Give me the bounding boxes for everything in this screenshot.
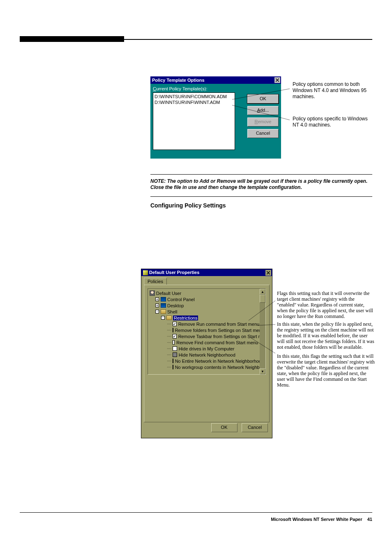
checkbox-checked-icon[interactable]: ✓ [173,334,177,339]
template-listbox[interactable]: D:\WINNTSUR\INF\COMMON.ADM D:\WINNTSUR\I… [153,92,235,150]
tree-item-remove-taskbar[interactable]: ······✓Remove Taskbar from Settings on S… [150,333,258,339]
scrollbar[interactable]: ▲ ▼ [260,289,265,374]
dialog2-title-text: Default User Properties [149,270,199,275]
expand-icon[interactable]: + [155,297,159,301]
user-icon [150,290,155,296]
checkbox-checked-icon[interactable]: ✓ [173,322,177,326]
checkbox-unchecked-icon[interactable] [173,340,175,345]
tree-node-restrictions[interactable]: -Restrictions [150,315,258,321]
note-text: NOTE: The option to Add or Remove will b… [150,178,372,191]
tree-node-desktop[interactable]: +Desktop [150,302,258,309]
callout-d2-b: In this state, when the policy file is a… [277,321,375,350]
dialog2-title-wrap: Default User Properties [143,270,199,275]
scroll-up-icon[interactable]: ▲ [260,289,265,295]
scroll-thumb[interactable] [260,295,265,303]
expand-icon[interactable]: + [155,304,159,307]
separator-rule-2 [150,196,372,197]
header-rule [20,39,372,40]
book-closed-icon [161,297,166,302]
collapse-icon[interactable]: - [155,310,159,313]
cancel-button[interactable]: Cancel [242,423,268,432]
tree-item-hide-drives[interactable]: ······Hide drives in My Computer [150,345,258,352]
dialog1-titlebar[interactable]: Policy Template Options [150,76,281,84]
ok-button[interactable]: OK [247,94,279,104]
tree-item-hide-nn[interactable]: ······Hide Network Neighborhood [150,352,258,358]
checkbox-gray-icon[interactable] [173,365,173,369]
separator-rule-1 [150,174,372,175]
policy-template-options-dialog: Policy Template Options Current Policy T… [150,76,281,159]
book-open-icon [161,309,166,314]
dialog2-titlebar[interactable]: Default User Properties [141,269,272,276]
footer-rule [20,512,372,513]
user-properties-icon [143,270,148,275]
cancel-button[interactable]: Cancel [247,129,279,138]
tree-node-shell[interactable]: -Shell [150,309,258,315]
callout-d1-a: Policy options common to both Windows NT… [293,81,373,100]
book-closed-icon [161,303,166,308]
section-heading: Configuring Policy Settings [150,202,226,209]
current-policy-templates-label: Current Policy Template(s): [153,86,279,91]
page-footer: Microsoft Windows NT Server White Paper … [271,517,372,522]
book-open-icon [166,315,172,320]
tree-item-remove-find[interactable]: ······Remove Find command from Start men… [150,339,258,345]
checkbox-unchecked-icon[interactable] [173,346,177,351]
dialog1-title-text: Policy Template Options [152,78,205,83]
list-item[interactable]: D:\WINNTSUR\INF\COMMON.ADM [154,94,233,99]
tree-root[interactable]: Default User [150,290,258,296]
list-item[interactable]: D:\WINNTSUR\INF\WINNT.ADM [154,99,233,105]
collapse-icon[interactable]: - [161,316,165,320]
tree-node-control-panel[interactable]: +Control Panel [150,296,258,302]
scroll-down-icon[interactable]: ▼ [260,368,265,374]
callout-d2-a: Flags this setting such that it will ove… [277,290,375,319]
add-button[interactable]: Add... [247,106,279,115]
tree-item-remove-run[interactable]: ······✓Remove Run command from Start men… [150,321,258,327]
checkbox-gray-icon[interactable] [173,352,177,357]
close-icon[interactable] [274,77,280,83]
checkbox-gray-icon[interactable] [173,328,173,332]
callout-d1-b: Policy options specific to Windows NT 4.… [293,116,373,128]
ok-button[interactable]: OK [211,423,238,432]
tab-policies[interactable]: Policies [144,278,167,285]
checkbox-gray-icon[interactable] [173,359,173,363]
tree-item-no-entire-network[interactable]: ······No Entire Network in Network Neigh… [150,358,258,364]
remove-button: Remove [247,117,279,127]
default-user-properties-dialog: Default User Properties Policies Default… [141,269,272,438]
callout-d2-c: In this state, this flags the setting su… [277,353,375,388]
tree-item-no-workgroup[interactable]: ······No workgroup contents in Network N… [150,364,258,370]
close-icon[interactable] [265,270,271,276]
tab-panel: Default User +Control Panel +Desktop -Sh… [144,285,270,422]
tree-item-remove-folders[interactable]: ······Remove folders from Settings on St… [150,327,258,333]
policy-tree[interactable]: Default User +Control Panel +Desktop -Sh… [148,288,266,375]
